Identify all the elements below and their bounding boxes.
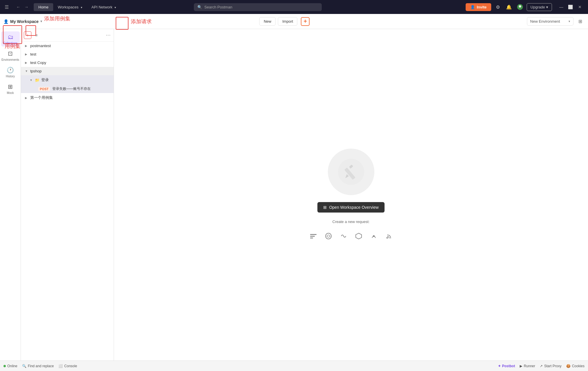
sidebar-item-environments[interactable]: ⊡ Environments — [1, 48, 20, 63]
svg-point-9 — [326, 233, 331, 239]
console-icon: ⬜ — [58, 364, 63, 368]
api-network-tab[interactable]: API Network ▾ — [87, 3, 121, 11]
svg-rect-8 — [310, 238, 313, 238]
add-tab-button[interactable]: + — [301, 17, 310, 26]
invite-button[interactable]: 👤 Invite — [466, 3, 491, 11]
avatar-button[interactable] — [516, 3, 524, 11]
collapse-chevron: ▶ — [25, 96, 28, 99]
app-body: 👤 My Workspace ▾ New Import + New Enviro… — [0, 14, 588, 361]
collection-list: ▶ postmantest ▶ test ▶ test Copy — [21, 42, 114, 361]
svg-marker-10 — [356, 233, 362, 239]
workspace-graphic — [328, 149, 374, 195]
upgrade-chevron: ▾ — [546, 5, 548, 9]
console-button[interactable]: ⬜ Console — [58, 364, 77, 368]
sidebar-item-history[interactable]: 🕐 History — [1, 64, 20, 80]
folder-icon: 📁 — [35, 78, 40, 82]
titlebar-right: 👤 Invite ⚙ 🔔 Upgrade ▾ — ⬜ ✕ — [466, 2, 585, 12]
expand-chevron: ▼ — [25, 69, 28, 73]
collection-item-test-copy[interactable]: ▶ test Copy — [21, 58, 114, 67]
http-request-icon[interactable] — [308, 231, 319, 241]
collapse-chevron: ▶ — [25, 44, 28, 47]
add-collection-button[interactable]: + — [24, 31, 31, 39]
settings-button[interactable]: ⚙ — [494, 3, 502, 11]
rss-icon[interactable] — [384, 231, 394, 241]
main-panel: ⊞ Open Workspace Overview Create a new r… — [114, 29, 588, 361]
forward-button[interactable]: → — [23, 3, 30, 11]
open-workspace-icon: ⊞ — [323, 205, 327, 210]
filter-button[interactable]: ≡ — [33, 31, 40, 39]
collections-panel: + ≡ ··· ▶ postmantest ▶ test — [21, 29, 114, 361]
workspace-selector[interactable]: 👤 My Workspace ▾ — [3, 19, 42, 24]
environments-icon: ⊡ — [8, 50, 13, 57]
find-replace-button[interactable]: 🔍 Find and replace — [22, 364, 54, 368]
workspaces-chevron: ▾ — [81, 6, 82, 9]
menu-button[interactable]: ☰ — [3, 4, 10, 10]
runner-label: Runner — [524, 364, 535, 368]
postbot-icon: ✦ — [498, 364, 501, 368]
sidebar-item-collections[interactable]: 🗂 Collections — [1, 31, 20, 47]
secondary-toolbar: 👤 My Workspace ▾ New Import + New Enviro… — [0, 14, 588, 29]
postbot-button[interactable]: ✦ Postbot — [498, 364, 515, 368]
upgrade-button[interactable]: Upgrade ▾ — [527, 3, 552, 11]
search-placeholder: Search Postman — [204, 5, 232, 9]
cookies-label: Cookies — [572, 364, 585, 368]
search-bar: 🔍 Search Postman — [194, 3, 322, 11]
open-workspace-button[interactable]: ⊞ Open Workspace Overview — [317, 202, 384, 213]
collection-item-first[interactable]: ▶ 第一个用例集 — [21, 93, 114, 102]
sidebar-item-mock[interactable]: ⊞ Mock — [1, 81, 20, 96]
postbot-label: Postbot — [502, 364, 515, 368]
request-item[interactable]: POST 登录失败——账号不存在 — [21, 85, 114, 93]
back-button[interactable]: ← — [15, 3, 22, 11]
collection-item[interactable]: ▶ test — [21, 50, 114, 58]
invite-label: Invite — [477, 5, 487, 9]
collection-item-tpshop[interactable]: ▼ tpshop — [21, 67, 114, 75]
runner-button[interactable]: ▶ Runner — [520, 364, 535, 368]
api-network-chevron: ▾ — [115, 6, 116, 9]
panel-toolbar: + ≡ ··· — [21, 29, 114, 42]
websocket-icon[interactable] — [338, 231, 349, 241]
search-input-wrap[interactable]: 🔍 Search Postman — [194, 3, 322, 11]
env-table-icon[interactable]: ⊞ — [576, 17, 585, 26]
proxy-label: Start Proxy — [544, 364, 561, 368]
workspace-name: My Workspace — [10, 19, 39, 24]
mqtt-icon[interactable] — [369, 231, 379, 241]
maximize-button[interactable]: ⬜ — [566, 2, 575, 12]
minimize-button[interactable]: — — [557, 2, 566, 12]
more-options-button[interactable]: ··· — [106, 33, 111, 38]
env-chevron: ▾ — [569, 19, 570, 23]
nav-controls: ← → — [15, 3, 30, 11]
workspace-chevron: ▾ — [40, 19, 42, 23]
close-button[interactable]: ✕ — [575, 2, 585, 12]
folder-item-login[interactable]: ▼ 📁 登录 — [21, 75, 114, 85]
home-tab[interactable]: Home — [34, 3, 53, 11]
icon-strip: 🗂 Collections ⊡ Environments 🕐 History ⊞… — [0, 29, 21, 361]
graphql-icon[interactable] — [353, 231, 364, 241]
titlebar: ☰ ← → Home Workspaces ▾ API Network ▾ 🔍 … — [0, 0, 588, 14]
notifications-button[interactable]: 🔔 — [505, 3, 513, 11]
import-button[interactable]: Import — [278, 17, 297, 26]
grpc-icon[interactable] — [323, 231, 334, 241]
collapse-chevron: ▶ — [25, 61, 28, 64]
collection-item[interactable]: ▶ postmantest — [21, 42, 114, 50]
svg-point-1 — [519, 5, 521, 8]
collections-icon: 🗂 — [8, 34, 13, 40]
svg-rect-7 — [310, 236, 315, 237]
online-indicator — [3, 365, 6, 367]
find-replace-label: Find and replace — [28, 364, 54, 368]
method-badge: POST — [38, 87, 50, 91]
search-icon: 🔍 — [197, 5, 202, 9]
workspaces-tab[interactable]: Workspaces ▾ — [53, 3, 87, 11]
svg-rect-6 — [310, 234, 317, 235]
proxy-icon: ↗ — [540, 364, 543, 368]
upgrade-label: Upgrade — [530, 5, 545, 9]
environment-selector[interactable]: New Environment ▾ — [527, 17, 573, 26]
folder-expand-chevron: ▼ — [30, 79, 33, 82]
online-status[interactable]: Online — [3, 364, 17, 368]
start-proxy-button[interactable]: ↗ Start Proxy — [540, 364, 561, 368]
open-workspace-label: Open Workspace Overview — [329, 205, 378, 210]
history-icon: 🕐 — [7, 67, 14, 74]
cookies-button[interactable]: 🍪 Cookies — [566, 364, 585, 368]
new-button[interactable]: New — [259, 17, 276, 26]
env-label: New Environment — [530, 19, 560, 24]
main-nav: Home Workspaces ▾ API Network ▾ — [34, 3, 121, 11]
